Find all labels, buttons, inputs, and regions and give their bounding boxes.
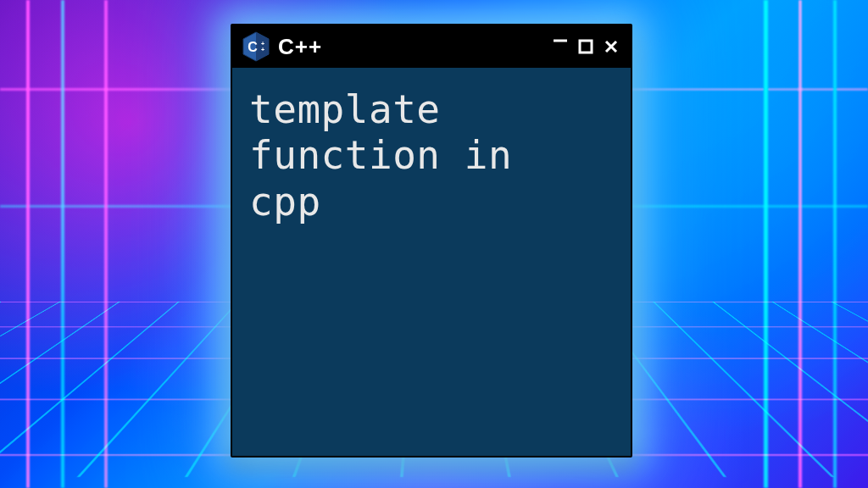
terminal-body: template function in cpp [232, 68, 631, 456]
titlebar[interactable]: C + + C++ [232, 25, 631, 68]
window-title: C++ [278, 34, 322, 60]
svg-text:+: + [261, 41, 264, 47]
minimize-button[interactable] [551, 31, 570, 50]
svg-text:C: C [248, 40, 258, 54]
svg-rect-6 [580, 41, 592, 53]
close-button[interactable] [602, 37, 620, 56]
terminal-text: template function in cpp [249, 86, 614, 225]
maximize-button[interactable] [576, 37, 595, 56]
window-controls [551, 37, 620, 56]
svg-text:+: + [261, 47, 264, 53]
terminal-window: C + + C++ template function in cpp [231, 24, 632, 458]
cpp-hexagon-icon: C + + [242, 31, 270, 62]
